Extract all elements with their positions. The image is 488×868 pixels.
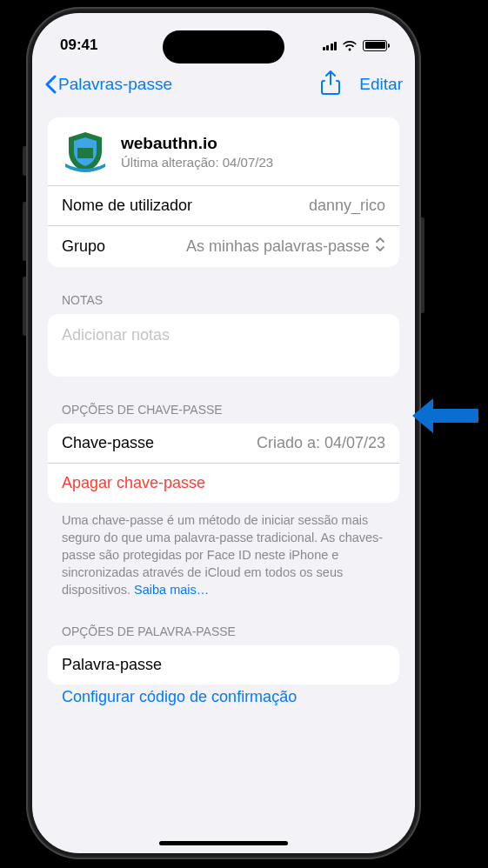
passkey-row[interactable]: Chave-passe Criado a: 04/07/23 [48,424,399,463]
account-card: webauthn.io Última alteração: 04/07/23 N… [48,117,399,267]
cellular-signal-icon [323,40,338,50]
learn-more-link[interactable]: Saiba mais… [134,583,209,597]
setup-verification-code-button[interactable]: Configurar código de confirmação [48,684,399,706]
dynamic-island [163,30,284,63]
notes-header: NOTAS [48,267,399,314]
navigation-bar: Palavras-passe Editar [32,63,415,105]
password-label: Palavra-passe [62,656,162,673]
content-scroll[interactable]: webauthn.io Última alteração: 04/07/23 N… [32,105,415,824]
passkey-info: Uma chave-passe é um método de iniciar s… [48,503,399,598]
share-icon[interactable] [321,70,340,98]
notes-placeholder: Adicionar notas [62,326,170,344]
battery-icon [363,40,387,51]
notes-field[interactable]: Adicionar notas [48,314,399,377]
account-header[interactable]: webauthn.io Última alteração: 04/07/23 [48,117,399,185]
edit-button[interactable]: Editar [359,75,403,94]
home-indicator[interactable] [159,841,288,845]
updown-icon [375,237,385,257]
group-label: Grupo [62,237,105,256]
phone-frame: 09:41 Palavras-passe Editar [26,7,421,859]
back-button[interactable]: Palavras-passe [44,75,172,94]
password-row[interactable]: Palavra-passe [48,645,399,684]
callout-arrow-icon [409,395,478,440]
password-options-header: OPÇÕES DE PALAVRA-PASSE [48,598,399,645]
site-subtitle: Última alteração: 04/07/23 [121,155,273,170]
passkey-card: Chave-passe Criado a: 04/07/23 Apagar ch… [48,424,399,503]
group-row[interactable]: Grupo As minhas palavras-passe [48,225,399,267]
username-value: danny_rico [309,197,385,215]
back-label: Palavras-passe [58,75,172,94]
screen: 09:41 Palavras-passe Editar [32,13,415,853]
delete-passkey-button[interactable]: Apagar chave-passe [48,463,399,503]
group-value: As minhas palavras-passe [186,237,370,256]
username-label: Nome de utilizador [62,197,192,215]
passkey-label: Chave-passe [62,434,154,452]
username-row[interactable]: Nome de utilizador danny_rico [48,185,399,225]
site-icon [62,128,109,175]
delete-passkey-label: Apagar chave-passe [62,474,205,492]
site-title: webauthn.io [121,134,273,153]
status-time: 09:41 [60,37,97,54]
password-card: Palavra-passe [48,645,399,684]
passkey-options-header: OPÇÕES DE CHAVE-PASSE [48,377,399,424]
passkey-created: Criado a: 04/07/23 [257,434,385,452]
wifi-icon [342,40,358,51]
